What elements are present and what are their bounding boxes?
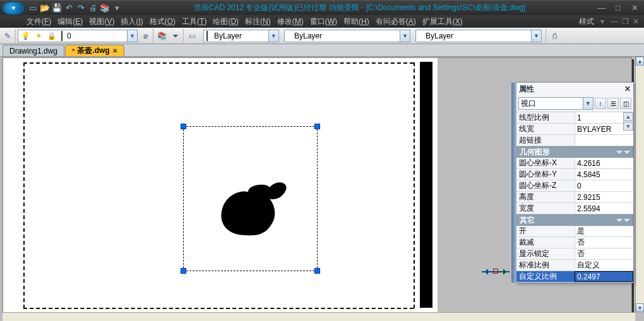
prop-row: 开是 [516,226,633,237]
prop-value[interactable]: 自定义 [575,260,633,271]
chevron-down-icon[interactable]: ▼ [583,98,593,109]
qat-dropdown-icon[interactable]: ▾ [112,3,122,13]
prop-value[interactable]: 0 [575,180,633,191]
prop-value[interactable] [575,135,633,146]
menu-draw[interactable]: 绘图(D) [213,16,239,27]
menu-bar: 文件(F) 编辑(E) 视图(V) 插入(I) 格式(O) 工具(T) 绘图(D… [0,15,644,28]
chevron-down-icon[interactable]: ▼ [268,30,278,42]
linetype-combo[interactable]: ByLayer ▼ [284,30,410,42]
palette-scroll-up[interactable]: ▲ [623,112,633,121]
minimize-button[interactable]: — [597,3,606,13]
layout-shadow [420,62,432,308]
prop-row: 线型比例1 [516,112,633,124]
palette-toggle-pim-button[interactable]: ↕ [595,98,606,109]
chevron-icon [624,219,630,222]
menu-view[interactable]: 视图(V) [89,16,114,27]
layer-color-swatch [61,31,63,41]
prop-value[interactable]: 4.5845 [575,169,633,180]
object-type-combo[interactable]: 视口 ▼ [518,97,593,110]
prop-value[interactable]: 2.5594 [575,203,633,214]
style-label[interactable]: 样式 [579,16,594,27]
menu-window[interactable]: 窗口(W) [310,16,337,27]
prop-value[interactable]: 否 [575,237,633,248]
doc-tab-inactive[interactable]: Drawing1.dwg [3,45,64,56]
color-value: ByLayer [212,32,268,40]
menu-tools[interactable]: 工具(T) [182,16,206,27]
style-dropdown-icon[interactable]: ▾ [600,17,604,26]
menu-format[interactable]: 格式(O) [150,16,176,27]
scroll-up-button[interactable]: ▲ [636,57,644,66]
prop-row: 高度2.9215 [516,192,633,203]
prop-value[interactable]: 否 [575,248,633,259]
match-props-button[interactable]: ⎙ [548,30,561,42]
layer-manager-button[interactable]: ✎ [1,30,14,42]
modified-icon: * [72,47,75,55]
qat-print-icon[interactable]: 🖨 [88,3,98,13]
tab-close-icon[interactable]: ✕ [112,47,117,54]
layer-name: 0 [65,32,127,40]
mdi-restore-button[interactable]: ❐ [622,17,629,26]
prop-value[interactable]: 4.2616 [575,158,633,168]
palette-select-objects-button[interactable]: ◫ [620,98,631,109]
viewport-selection[interactable] [183,126,318,271]
menu-faq[interactable]: 有问必答(A) [376,16,416,27]
close-button[interactable]: ✕ [630,3,639,13]
palette-quick-select-button[interactable]: ☰ [607,98,619,109]
section-header-geometry[interactable]: 几何图形 [516,146,633,158]
menu-file[interactable]: 文件(F) [27,16,51,27]
scroll-down-button[interactable]: ▼ [636,303,644,312]
layer-combo[interactable]: 0 ▼ [18,30,138,42]
grip-bl[interactable] [181,268,186,274]
menu-dim[interactable]: 标注(N) [245,16,271,27]
menu-ext[interactable]: 扩展工具(X) [422,16,463,27]
title-bar: ▾ ▭ 📂 💾 ↶ ↷ 🖨 📚 ▾ 浩辰CAD 2012 专业版(试用版)已经过… [0,0,644,15]
qat-layer-icon[interactable]: 📚 [100,3,110,13]
layer-more-button[interactable]: ▭ [186,30,198,42]
grip-tr[interactable] [314,124,320,129]
qat-new-icon[interactable]: ▭ [28,3,38,13]
qat-save-icon[interactable]: 💾 [52,3,62,13]
prop-row: 圆心坐标-X4.2616 [516,158,633,169]
palette-title-bar[interactable]: 属性 ✕ [516,83,633,95]
palette-scroll-down[interactable]: ▼ [623,122,633,131]
layer-filter-button[interactable]: ⏷ [169,30,182,42]
prop-value[interactable]: 是 [575,226,633,236]
chevron-down-icon[interactable]: ▼ [531,30,541,42]
color-swatch [206,31,208,41]
vertical-scrollbar[interactable]: ▲ ▼ [635,57,644,312]
prop-value-editing[interactable]: 0.2497 [575,271,633,282]
maximize-button[interactable]: □ [614,3,623,13]
prop-row-selected[interactable]: 自定义比例 0.2497 [516,271,633,283]
color-combo[interactable]: ByLayer ▼ [203,30,279,42]
qat-undo-icon[interactable]: ↶ [64,3,74,13]
horizontal-scrollbar[interactable] [3,312,635,321]
tab-label: Drawing1.dwg [9,47,57,55]
window-title: 浩辰CAD 2012 专业版(试用版)已经过期 功能受限 - [C:\Docum… [122,3,597,13]
palette-close-icon[interactable]: ✕ [624,85,631,93]
prop-row: 裁减否 [516,237,633,248]
prop-value[interactable]: 2.9215 [575,192,633,202]
layout-border [23,62,25,308]
qat-redo-icon[interactable]: ↷ [76,3,86,13]
layer-iso-button[interactable]: ⌀ [139,30,152,42]
grip-br[interactable] [314,268,320,274]
section-header-other[interactable]: 其它 [516,214,633,226]
linetype-value: ByLayer [292,32,400,40]
chevron-icon [616,219,623,222]
menu-edit[interactable]: 编辑(E) [57,16,83,27]
menu-modify[interactable]: 修改(M) [277,16,304,27]
layer-states-button[interactable]: 📚 [155,30,168,42]
qat-open-icon[interactable]: 📂 [40,3,50,13]
menu-insert[interactable]: 插入(I) [121,16,143,27]
chevron-down-icon[interactable]: ▼ [400,30,410,42]
ucs-icon [482,266,510,277]
lineweight-combo[interactable]: ByLayer ▼ [415,30,542,42]
menu-help[interactable]: 帮助(H) [343,16,369,27]
mdi-minimize-button[interactable]: — [611,17,618,26]
mdi-close-button[interactable]: ✕ [633,17,639,26]
grip-tl[interactable] [181,124,186,129]
palette-grip[interactable] [511,83,516,283]
app-logo[interactable]: ▾ [3,2,24,15]
doc-tab-active[interactable]: * 茶壶.dwg ✕ [65,45,124,56]
chevron-down-icon[interactable]: ▼ [127,30,137,42]
